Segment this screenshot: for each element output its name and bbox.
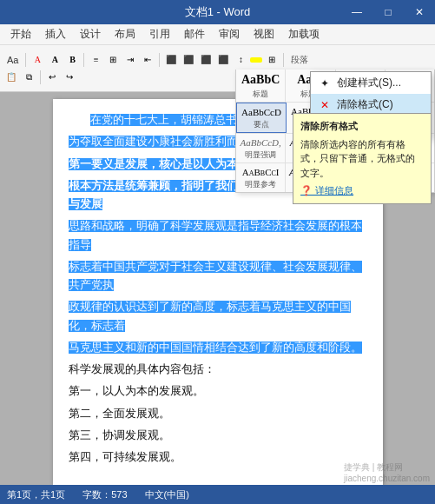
- separator-2: [83, 53, 84, 67]
- menu-mail[interactable]: 邮件: [177, 25, 212, 43]
- toolbar-row-1: Aa A A B ≡ ⊞ ⇥ ⇤ ⬛ ⬛ ⬛ ⬛ ↕ ⊞ 段落: [3, 52, 432, 68]
- status-bar: 第1页，共1页 字数：573 中文(中国): [0, 485, 435, 504]
- watermark-subtext: jiacheng.chuzitan.com: [344, 474, 430, 483]
- title-bar: 文档1 - Word — □ ✕: [0, 0, 435, 24]
- doc-para-12: 第三，协调发展观。: [69, 427, 367, 445]
- undo-btn[interactable]: ↩: [44, 70, 60, 85]
- menu-insert[interactable]: 插入: [38, 25, 73, 43]
- watermark-text: 捷学典 | 教程网: [344, 461, 430, 474]
- clear-format-icon: ✕: [318, 98, 332, 112]
- para-label: 段落: [287, 52, 312, 68]
- doc-para-5: 思路和战略，明确了科学发展观是指导经济社会发展的根本指导: [69, 217, 367, 255]
- tooltip-box: 清除所有格式 清除所选内容的所有有格式，只留下普通，无格式的文字。 ❓ 详细信息: [293, 113, 432, 204]
- selected-text-5: 思路和战略，明确了科学发展观是指导经济社会发展的根本指导: [69, 220, 362, 250]
- doc-para-9: 科学发展观的具体内容包括：: [69, 361, 367, 379]
- menu-design[interactable]: 设计: [73, 25, 108, 43]
- indent-btn[interactable]: ⇥: [122, 52, 138, 68]
- status-words: 字数：573: [82, 488, 127, 501]
- style-preview: AaBbCcI: [242, 167, 280, 177]
- style-key[interactable]: AaBbCcD 要点: [236, 103, 287, 133]
- doc-para-7: 政规律的认识达到了新的高度，标志着马克思主义的中国化，标志着: [69, 298, 367, 335]
- create-style-icon: ✦: [318, 76, 332, 90]
- ctx-create-style[interactable]: ✦ 创建样式(S)...: [311, 72, 431, 94]
- ctx-create-style-label: 创建样式(S)...: [337, 76, 401, 90]
- ctx-clear-format-label: 清除格式(C): [337, 97, 393, 112]
- selected-text-7: 政规律的认识达到了新的高度，标志着马克思主义的中国化，标志着: [69, 301, 351, 331]
- style-label: 明显强调: [238, 149, 283, 161]
- align-right-btn[interactable]: ⬛: [198, 52, 214, 68]
- menu-start[interactable]: 开始: [3, 25, 38, 43]
- menu-addins[interactable]: 加载项: [281, 25, 326, 43]
- style-intense-em[interactable]: AaBbCcD, 明显强调: [236, 134, 286, 162]
- title-text: 文档1 - Word: [185, 4, 251, 20]
- line-spacing-btn[interactable]: ↕: [233, 52, 248, 68]
- tooltip-link[interactable]: ❓ 详细信息: [300, 185, 353, 196]
- style-title[interactable]: AaBbC 标题: [236, 70, 286, 102]
- doc-para-11: 第二，全面发展观。: [69, 405, 367, 423]
- style-intense-ref[interactable]: AaBbCcI 明显参考: [236, 163, 286, 192]
- copy-btn[interactable]: ⧉: [21, 70, 36, 85]
- style-label: 明显参考: [238, 179, 283, 190]
- redo-btn[interactable]: ↪: [62, 70, 77, 85]
- style-preview: AaBbCcD,: [240, 137, 280, 148]
- align-left-btn[interactable]: ⬛: [163, 52, 179, 68]
- doc-para-8: 马克思主义和新的中国国情相结合达到了新的高度和阶段。: [69, 339, 367, 357]
- list-btn[interactable]: ≡: [88, 52, 103, 68]
- watermark: 捷学典 | 教程网 jiacheng.chuzitan.com: [344, 461, 430, 483]
- menu-references[interactable]: 引用: [142, 25, 177, 43]
- tooltip-title: 清除所有格式: [300, 119, 424, 134]
- style-preview: AaBbCcD: [241, 107, 281, 117]
- doc-para-6: 标志着中国共产党对于社会主义建设规律、社会发展规律、共产党执: [69, 258, 367, 295]
- selected-text-8: 马克思主义和新的中国国情相结合达到了新的高度和阶段。: [69, 342, 362, 354]
- font-color-btn[interactable]: A: [30, 52, 45, 68]
- tooltip-description: 清除所选内容的所有有格式，只留下普通，无格式的文字。: [300, 137, 424, 181]
- doc-para-13: 第四，可持续发展观。: [69, 448, 367, 467]
- status-page: 第1页，共1页: [7, 488, 65, 501]
- outdent-btn[interactable]: ⇤: [140, 52, 155, 68]
- highlight-btn[interactable]: A: [47, 52, 63, 68]
- selected-text-6: 标志着中国共产党对于社会主义建设规律、社会发展规律、共产党执: [69, 261, 362, 291]
- align-center-btn[interactable]: ⬛: [181, 52, 196, 68]
- separator-3: [159, 53, 160, 67]
- borders-btn[interactable]: ⊞: [264, 52, 280, 68]
- style-label: 标题: [238, 89, 283, 100]
- maximize-button[interactable]: □: [372, 0, 404, 24]
- justify-btn[interactable]: ⬛: [215, 52, 231, 68]
- menu-bar: 开始 插入 设计 布局 引用 邮件 审阅 视图 加载项: [0, 24, 435, 45]
- shading-btn[interactable]: [250, 57, 262, 63]
- numbering-btn[interactable]: ⊞: [105, 52, 121, 68]
- minimize-button[interactable]: —: [341, 0, 372, 24]
- bold-btn[interactable]: B: [64, 52, 80, 68]
- separator-4: [283, 53, 284, 67]
- status-lang: 中文(中国): [145, 488, 189, 501]
- style-preview: AaBbC: [241, 73, 280, 86]
- separator-5: [40, 70, 41, 84]
- window-controls: — □ ✕: [341, 0, 435, 24]
- menu-view[interactable]: 视图: [247, 25, 281, 43]
- font-size-a[interactable]: Aa: [3, 53, 22, 67]
- menu-review[interactable]: 审阅: [212, 25, 247, 43]
- style-label: 要点: [239, 119, 284, 130]
- menu-layout[interactable]: 布局: [108, 25, 142, 43]
- doc-para-10: 第一，以人为本的发展观。: [69, 382, 367, 401]
- separator-1: [25, 53, 26, 67]
- close-button[interactable]: ✕: [404, 0, 435, 24]
- paste-btn[interactable]: 📋: [3, 70, 19, 85]
